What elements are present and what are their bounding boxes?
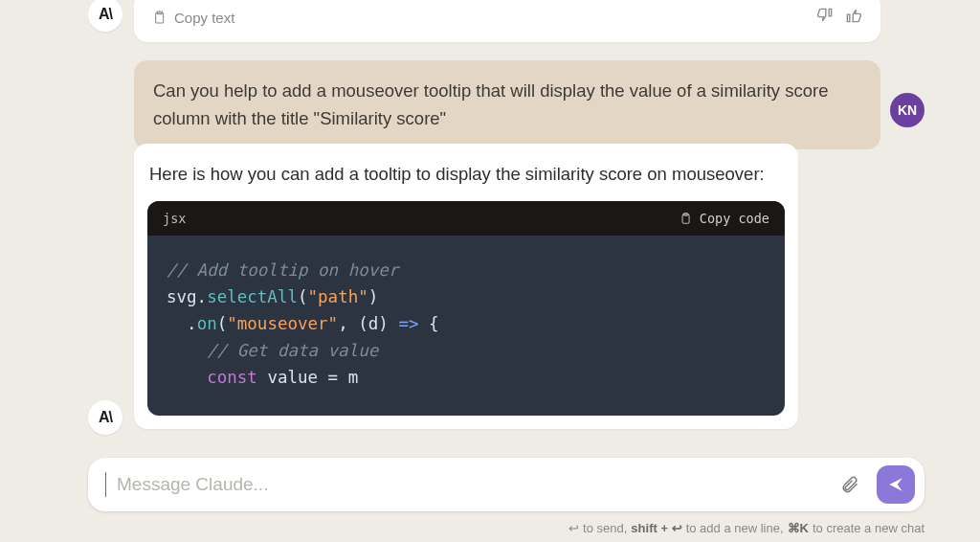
anthropic-avatar: A\ <box>88 0 122 32</box>
code-token: , <box>338 314 358 333</box>
assistant-message: Here is how you can add a tooltip to dis… <box>134 144 798 429</box>
clipboard-icon <box>679 212 692 225</box>
copy-text-button[interactable]: Copy text <box>151 10 234 26</box>
code-token: "mouseover" <box>227 314 338 333</box>
code-token: ( <box>298 287 308 306</box>
clipboard-icon <box>151 10 167 25</box>
code-token: = <box>318 368 348 387</box>
paperclip-icon <box>840 475 859 494</box>
code-token <box>167 314 187 333</box>
code-language-label: jsx <box>163 211 186 226</box>
hint-text: ↩ to send, <box>568 521 627 535</box>
code-token: (d) <box>358 314 389 333</box>
assistant-intro-text: Here is how you can add a tooltip to dis… <box>147 157 785 201</box>
user-message-text: Can you help to add a mouseover tooltip … <box>153 80 828 128</box>
code-token: const <box>207 368 257 387</box>
assistant-message-actions: Copy text <box>134 0 880 42</box>
code-token: . <box>197 287 208 306</box>
composer-input[interactable] <box>115 473 823 496</box>
send-button[interactable] <box>877 465 915 504</box>
text-caret <box>105 472 106 497</box>
code-comment: // Add tooltip on hover <box>167 260 398 280</box>
code-token: svg <box>167 287 197 306</box>
user-avatar: KN <box>890 93 924 127</box>
code-token: ) <box>368 287 379 306</box>
code-token <box>167 341 207 360</box>
code-token: . <box>187 314 197 333</box>
thumbs-up-icon <box>844 6 863 25</box>
user-avatar-initials: KN <box>898 102 917 118</box>
code-token: on <box>197 314 217 333</box>
code-block-body: // Add tooltip on hover svg.selectAll("p… <box>147 236 785 416</box>
send-icon <box>886 475 905 494</box>
copy-text-label: Copy text <box>174 10 234 26</box>
code-comment: // Get data value <box>207 341 378 360</box>
copy-code-label: Copy code <box>700 211 769 226</box>
thumbs-down-button[interactable] <box>815 6 835 29</box>
code-block: jsx Copy code // Add tooltip on hover sv… <box>147 201 785 416</box>
anthropic-avatar: A\ <box>88 400 122 435</box>
code-token: selectAll <box>207 287 298 306</box>
hint-text: to create a new chat <box>813 521 924 535</box>
code-token <box>257 368 268 387</box>
thumbs-down-icon <box>815 6 835 25</box>
composer-hint: ↩ to send, shift + ↩ to add a new line, … <box>88 521 924 535</box>
attach-button[interactable] <box>833 467 867 502</box>
composer <box>88 458 924 511</box>
code-token: "path" <box>308 287 368 306</box>
user-message: Can you help to add a mouseover tooltip … <box>134 60 880 149</box>
code-block-header: jsx Copy code <box>147 201 785 236</box>
anthropic-logo-glyph: A\ <box>99 409 112 426</box>
hint-text: ⌘K <box>788 521 809 535</box>
feedback-buttons <box>815 6 863 29</box>
code-token <box>167 368 207 387</box>
code-token: { <box>429 314 439 333</box>
anthropic-logo-glyph: A\ <box>99 6 112 23</box>
copy-code-button[interactable]: Copy code <box>679 211 769 226</box>
code-token: m <box>348 368 359 387</box>
code-token: ( <box>217 314 228 333</box>
hint-text: shift + ↩ <box>631 521 681 535</box>
hint-text: to add a new line, <box>686 521 784 535</box>
code-token: value <box>267 368 318 387</box>
code-token: => <box>389 314 429 333</box>
thumbs-up-button[interactable] <box>844 6 863 29</box>
